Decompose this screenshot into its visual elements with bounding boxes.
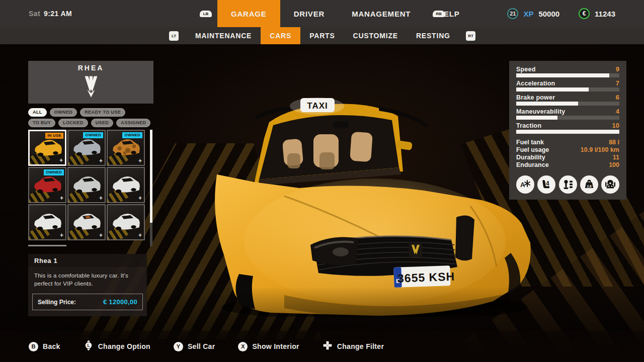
headlight-right (455, 215, 474, 260)
taxi-roof-sign: TAXI (300, 98, 335, 112)
scrollbar-thumb[interactable] (150, 130, 152, 223)
car-thumbnail-8[interactable]: + (67, 204, 106, 240)
euro-coin-icon: € (579, 8, 590, 19)
filter-chip-to-buy[interactable]: TO BUY (28, 119, 55, 127)
detail-value: 100 (609, 161, 619, 168)
action-change-filter[interactable]: Change Filter (323, 340, 384, 352)
thumbnail-plus-icon: + (60, 232, 63, 239)
car-thumbnail-image (110, 136, 142, 159)
filter-chip-all[interactable]: ALL (28, 108, 47, 117)
car-thumbnail-7[interactable]: + (28, 204, 66, 240)
filter-chip-owned[interactable]: OWNED (50, 108, 77, 117)
top-tab-driver[interactable]: DRIVER (280, 0, 338, 27)
filter-chip-assigned[interactable]: ASSIGNED (116, 119, 150, 127)
stat-label: Acceleration (516, 80, 555, 87)
car-thumbnail-2[interactable]: OWNED+ (67, 130, 106, 166)
stat-label: Maneuverability (516, 108, 565, 115)
filter-chip-ready-to-use[interactable]: READY TO USE (80, 108, 125, 117)
x-button-icon: X (238, 342, 248, 351)
car-thumbnail-9[interactable]: + (107, 204, 145, 240)
car-thumbnail-image (71, 136, 103, 159)
level-badge: 21 (507, 8, 518, 19)
sub-tab-parts[interactable]: PARTS (300, 27, 344, 44)
thumbnail-plus-icon: + (138, 232, 142, 239)
xp-value: 50000 (538, 10, 559, 18)
top-tab-help[interactable]: HELP (424, 0, 473, 27)
car-grid-scrollbar[interactable] (150, 130, 152, 246)
car-thumbnail-6[interactable]: + (107, 167, 145, 203)
spec-icons-row: A42.6 (516, 175, 619, 194)
car-filter-chips: ALLOWNEDREADY TO USETO BUYLOCKEDUSEDASSI… (28, 108, 155, 127)
stat-bars: Speed9Acceleration7Brake power6Maneuvera… (516, 65, 619, 134)
action-show-interior[interactable]: XShow Interior (238, 342, 299, 351)
rt-trigger-icon[interactable]: RT (466, 31, 475, 41)
dpad-icon (323, 340, 333, 352)
action-label: Change Option (98, 342, 150, 350)
seat-capacity-icon: 4 (537, 175, 555, 194)
stat-bar-track (516, 73, 619, 77)
sub-tab-customize[interactable]: CUSTOMIZE (344, 27, 407, 44)
thumbnail-plus-icon: + (99, 232, 103, 239)
svg-text:3655 KSH: 3655 KSH (397, 270, 455, 285)
action-label: Show Interior (252, 342, 299, 350)
gearbox-icon (559, 175, 577, 194)
left-stick-icon: L (84, 340, 94, 353)
sub-navigation-tabs: MAINTENANCECARSPARTSCUSTOMIZERESTING (186, 27, 459, 44)
stat-bar-fill (516, 116, 557, 120)
license-plate: E 3655 KSH (393, 265, 455, 288)
stat-value: 10 (612, 122, 619, 129)
car-thumbnail-image (110, 173, 142, 196)
detail-label: Fuel tank (516, 139, 544, 146)
thumbnail-badge-owned: OWNED (44, 169, 64, 175)
detail-value: 10.9 l/100 km (581, 146, 619, 153)
lt-trigger-icon[interactable]: LT (169, 31, 179, 41)
lb-bumper-icon[interactable]: LB (200, 11, 212, 17)
weight-icon: 2.6 (580, 175, 598, 194)
sub-tab-resting[interactable]: RESTING (407, 27, 459, 44)
top-bar: Sat 9:21 AM LB GARAGEDRIVERMANAGEMENTHEL… (0, 0, 644, 27)
stat-value: 6 (616, 94, 619, 101)
car-thumbnail-image (71, 210, 103, 233)
selling-price-label: Selling Price: (38, 299, 76, 306)
b-button-icon: B (29, 342, 38, 351)
car-thumbnail-5[interactable]: + (67, 167, 106, 203)
car-thumbnail-image (32, 173, 64, 196)
car-thumbnail-4[interactable]: OWNED+ (28, 167, 66, 203)
filter-chip-locked[interactable]: LOCKED (58, 119, 88, 127)
stat-bar-fill (516, 102, 578, 106)
rb-bumper-icon[interactable]: RB (433, 11, 445, 17)
svg-text:2.6: 2.6 (587, 185, 591, 188)
car-thumbnail-1[interactable]: IN USE+ (28, 130, 66, 166)
action-change-option[interactable]: LChange Option (84, 340, 150, 353)
stat-acceleration: Acceleration7 (516, 79, 619, 92)
thumbnail-plus-icon: + (138, 157, 142, 164)
garage-screen: E 3655 KSH TAXI Sat 9:21 AM LB GARAGEDRI… (0, 0, 644, 362)
xp-label: XP (523, 10, 533, 18)
stat-bar-fill (516, 87, 589, 92)
thumbnail-plus-icon: + (99, 195, 103, 202)
taxi-vehicle-image: E 3655 KSH TAXI (209, 93, 536, 317)
sub-tab-maintenance[interactable]: MAINTENANCE (186, 27, 261, 44)
car-stats-panel: Speed9Acceleration7Brake power6Maneuvera… (509, 61, 626, 200)
engine-icon (601, 175, 619, 194)
money-value: 11243 (595, 10, 615, 18)
sub-tab-cars[interactable]: CARS (261, 27, 300, 44)
thumbnail-plus-icon: + (138, 195, 142, 202)
action-label: Back (43, 342, 60, 350)
stat-maneuverability: Maneuverability4 (516, 108, 619, 120)
thumbnail-badge-owned: OWNED (122, 132, 142, 138)
action-sell-car[interactable]: YSell Car (174, 342, 215, 351)
detail-label: Fuel usage (516, 146, 549, 153)
thumbnail-plus-icon: + (60, 195, 63, 202)
action-back[interactable]: BBack (29, 342, 60, 351)
car-thumbnail-3[interactable]: OWNED+ (107, 130, 145, 166)
filter-chip-used[interactable]: USED (91, 119, 114, 127)
top-tab-management[interactable]: MANAGEMENT (338, 0, 424, 27)
action-label: Change Filter (337, 342, 384, 350)
grid-page-indicator (28, 245, 66, 246)
detail-endurance: Endurance100 (516, 161, 619, 168)
thumbnail-plus-icon: + (99, 157, 103, 164)
car-thumbnail-image (110, 210, 142, 233)
detail-value: 11 (613, 154, 619, 161)
top-tab-garage[interactable]: GARAGE (217, 0, 280, 27)
